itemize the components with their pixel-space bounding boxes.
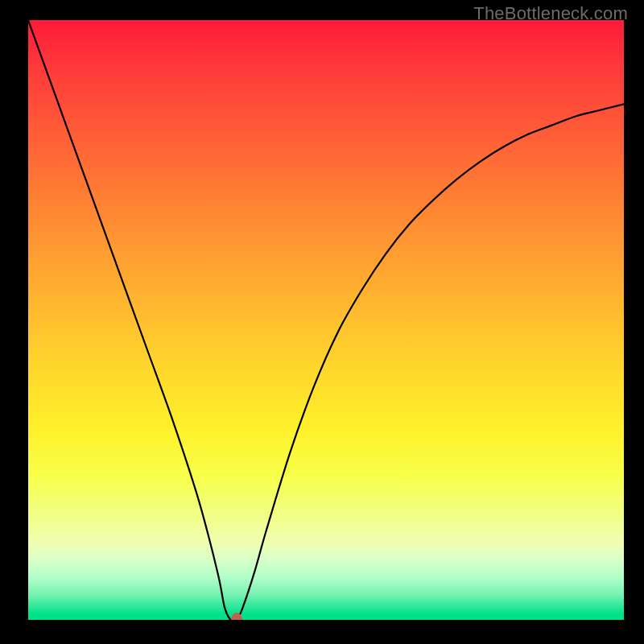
plot-area bbox=[28, 20, 624, 620]
bottleneck-curve bbox=[28, 20, 624, 620]
chart-frame: TheBottleneck.com bbox=[0, 0, 644, 644]
